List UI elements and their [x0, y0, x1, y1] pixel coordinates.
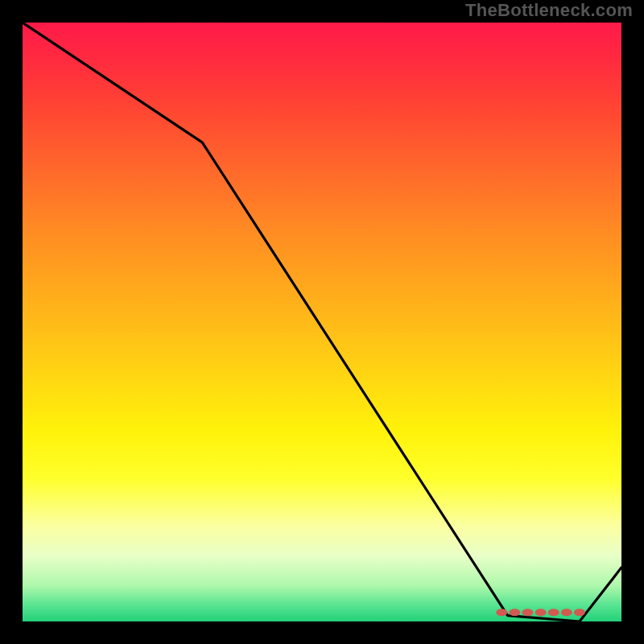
chart-frame: TheBottleneck.com [0, 0, 644, 644]
trough-marker [496, 609, 507, 616]
trough-marker [522, 609, 533, 616]
attribution-label: TheBottleneck.com [465, 0, 633, 21]
trough-marker [561, 609, 572, 616]
curve-line [23, 23, 621, 621]
trough-marker [509, 609, 520, 616]
trough-marker [535, 609, 547, 616]
trough-marker [574, 609, 585, 616]
plot-area [23, 23, 621, 621]
trough-marker [548, 609, 559, 616]
bottleneck-curve [23, 23, 621, 621]
